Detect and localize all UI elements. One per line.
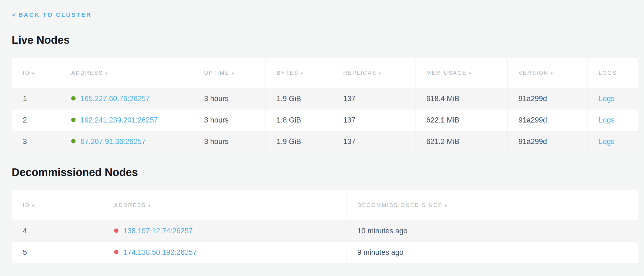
table-row: 1 165.227.60.76:26257 3 hours 1.9 GiB 13… bbox=[12, 88, 638, 109]
node-address-link[interactable]: 165.227.60.76:26257 bbox=[80, 95, 150, 103]
live-status-dot-icon bbox=[71, 118, 76, 122]
column-header-id[interactable]: ID▾ bbox=[12, 58, 60, 88]
column-header-replicas[interactable]: REPLICAS▾ bbox=[332, 58, 415, 88]
sort-arrow-icon: ▾ bbox=[148, 203, 151, 208]
logs-link[interactable]: Logs bbox=[599, 137, 615, 146]
node-address-link[interactable]: 174.138.50.192:26257 bbox=[123, 248, 197, 256]
live-nodes-header-row: ID▾ ADDRESS▾ UPTIME▾ BYTES▾ REPLICAS▾ ME… bbox=[12, 58, 638, 88]
node-address-cell: 192.241.239.201:26257 bbox=[60, 109, 193, 131]
node-bytes-cell: 1.8 GiB bbox=[266, 109, 332, 131]
live-nodes-title: Live Nodes bbox=[12, 34, 638, 46]
back-link-label: BACK TO CLUSTER bbox=[18, 11, 92, 18]
node-version-cell: 91a299d bbox=[508, 131, 588, 152]
node-version-cell: 91a299d bbox=[508, 88, 588, 109]
decommissioned-nodes-header-row: ID▾ ADDRESS▾ DECOMMISSIONED SINCE▾ bbox=[12, 190, 638, 220]
back-to-cluster-link[interactable]: <BACK TO CLUSTER bbox=[12, 11, 92, 18]
page: <BACK TO CLUSTER Live Nodes ID▾ ADDRESS▾… bbox=[0, 0, 644, 263]
column-header-bytes[interactable]: BYTES▾ bbox=[266, 58, 332, 88]
node-uptime-cell: 3 hours bbox=[193, 109, 266, 131]
column-header-address[interactable]: ADDRESS▾ bbox=[60, 58, 193, 88]
decommissioned-nodes-title: Decommissioned Nodes bbox=[12, 166, 638, 178]
node-id-cell: 3 bbox=[12, 131, 60, 152]
node-address-cell: 67.207.91.36:26257 bbox=[60, 131, 193, 152]
table-row: 2 192.241.239.201:26257 3 hours 1.8 GiB … bbox=[12, 109, 638, 131]
sort-arrow-icon: ▾ bbox=[32, 71, 34, 76]
table-row: 3 67.207.91.36:26257 3 hours 1.9 GiB 137… bbox=[12, 131, 638, 152]
node-bytes-cell: 1.9 GiB bbox=[266, 88, 332, 109]
column-header-id[interactable]: ID▾ bbox=[12, 190, 103, 220]
node-address-cell: 138.197.12.74:26257 bbox=[103, 220, 346, 242]
column-header-uptime[interactable]: UPTIME▾ bbox=[193, 58, 266, 88]
column-header-version[interactable]: VERSION▾ bbox=[508, 58, 588, 88]
node-address-cell: 174.138.50.192:26257 bbox=[103, 242, 346, 263]
node-id-cell: 4 bbox=[12, 220, 103, 242]
sort-arrow-icon: ▾ bbox=[551, 71, 553, 76]
live-nodes-table: ID▾ ADDRESS▾ UPTIME▾ BYTES▾ REPLICAS▾ ME… bbox=[12, 58, 638, 152]
back-arrow-icon: < bbox=[12, 11, 16, 18]
node-mem-usage-cell: 618.4 MiB bbox=[415, 88, 508, 109]
table-row: 5 174.138.50.192:26257 9 minutes ago bbox=[12, 242, 638, 263]
node-version-cell: 91a299d bbox=[508, 109, 588, 131]
sort-arrow-icon: ▾ bbox=[379, 71, 381, 76]
sort-arrow-icon: ▾ bbox=[469, 71, 471, 76]
sort-arrow-icon: ▾ bbox=[301, 71, 303, 76]
sort-arrow-icon: ▾ bbox=[232, 71, 234, 76]
table-row: 4 138.197.12.74:26257 10 minutes ago bbox=[12, 220, 638, 242]
node-logs-cell: Logs bbox=[588, 88, 638, 109]
node-uptime-cell: 3 hours bbox=[193, 131, 266, 152]
sort-arrow-icon: ▾ bbox=[32, 203, 34, 208]
node-bytes-cell: 1.9 GiB bbox=[266, 131, 332, 152]
node-replicas-cell: 137 bbox=[332, 109, 415, 131]
column-header-logs: LOGS bbox=[588, 58, 638, 88]
sort-arrow-icon: ▾ bbox=[105, 71, 108, 76]
node-address-link[interactable]: 192.241.239.201:26257 bbox=[80, 116, 158, 124]
node-logs-cell: Logs bbox=[588, 131, 638, 152]
node-address-link[interactable]: 138.197.12.74:26257 bbox=[123, 227, 193, 235]
decommissioned-status-dot-icon bbox=[114, 250, 118, 254]
node-address-link[interactable]: 67.207.91.36:26257 bbox=[80, 137, 146, 146]
node-uptime-cell: 3 hours bbox=[193, 88, 266, 109]
node-replicas-cell: 137 bbox=[332, 131, 415, 152]
node-id-cell: 2 bbox=[12, 109, 60, 131]
column-header-decommissioned-since[interactable]: DECOMMISSIONED SINCE▾ bbox=[346, 190, 638, 220]
decommissioned-status-dot-icon bbox=[114, 228, 118, 233]
logs-link[interactable]: Logs bbox=[599, 116, 615, 124]
live-status-dot-icon bbox=[71, 139, 76, 143]
logs-link[interactable]: Logs bbox=[599, 95, 615, 103]
node-replicas-cell: 137 bbox=[332, 88, 415, 109]
sort-arrow-icon: ▾ bbox=[445, 203, 447, 208]
node-mem-usage-cell: 621.2 MiB bbox=[415, 131, 508, 152]
decommissioned-nodes-table: ID▾ ADDRESS▾ DECOMMISSIONED SINCE▾ 4 138… bbox=[12, 190, 638, 263]
node-id-cell: 1 bbox=[12, 88, 60, 109]
column-header-mem-usage[interactable]: MEM USAGE▾ bbox=[415, 58, 508, 88]
node-mem-usage-cell: 622.1 MiB bbox=[415, 109, 508, 131]
node-logs-cell: Logs bbox=[588, 109, 638, 131]
column-header-address[interactable]: ADDRESS▾ bbox=[103, 190, 346, 220]
node-decommissioned-since-cell: 10 minutes ago bbox=[346, 220, 638, 242]
node-address-cell: 165.227.60.76:26257 bbox=[60, 88, 193, 109]
live-status-dot-icon bbox=[71, 96, 76, 101]
node-decommissioned-since-cell: 9 minutes ago bbox=[346, 242, 638, 263]
node-id-cell: 5 bbox=[12, 242, 103, 263]
